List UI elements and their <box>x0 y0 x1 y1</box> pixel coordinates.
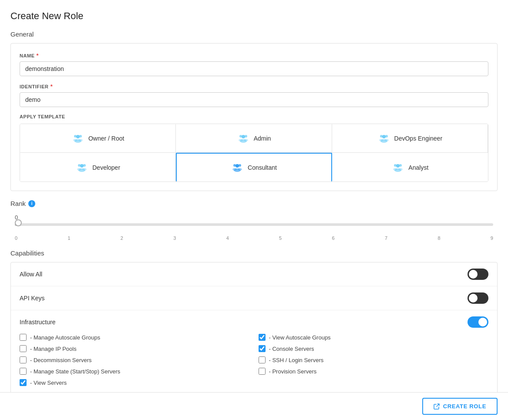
svg-point-28 <box>239 164 241 167</box>
allow-all-toggle[interactable] <box>468 269 488 280</box>
svg-point-23 <box>82 168 87 171</box>
svg-point-12 <box>382 135 386 138</box>
name-input[interactable] <box>20 61 488 76</box>
svg-point-18 <box>80 164 84 168</box>
api-keys-row: API Keys <box>11 286 497 310</box>
create-role-button[interactable]: CREATE ROLE <box>422 398 498 415</box>
manage-ip-pools-label: - Manage IP Pools <box>30 346 77 352</box>
svg-point-35 <box>398 168 403 171</box>
template-grid: Owner / Root Admin <box>20 124 488 182</box>
view-autoscale-checkbox[interactable] <box>259 334 266 341</box>
template-analyst[interactable]: Analyst <box>332 153 488 181</box>
identifier-label: IDENTIFIER * <box>20 83 488 90</box>
rank-info-icon[interactable]: i <box>28 200 35 207</box>
template-devops-label: DevOps Engineer <box>394 135 443 142</box>
allow-all-slider <box>468 269 488 280</box>
template-owner-icon <box>72 132 84 144</box>
infra-toggle[interactable] <box>468 316 488 328</box>
view-autoscale-label: - View Autoscale Groups <box>269 334 331 341</box>
infra-header: Infrastructure <box>20 316 488 328</box>
api-keys-toggle[interactable] <box>468 292 488 304</box>
svg-point-29 <box>238 168 242 171</box>
tick-5: 5 <box>279 235 282 241</box>
template-consultant[interactable]: Consultant <box>176 153 332 181</box>
template-devops-icon <box>378 132 390 144</box>
template-devops[interactable]: DevOps Engineer <box>332 124 488 153</box>
checkbox-provision-servers: - Provision Servers <box>259 368 489 375</box>
svg-point-3 <box>73 139 77 141</box>
name-label: NAME * <box>20 52 488 59</box>
tick-2: 2 <box>121 235 123 241</box>
checkbox-manage-autoscale: - Manage Autoscale Groups <box>20 334 250 341</box>
create-role-label: CREATE ROLE <box>443 403 486 410</box>
svg-point-0 <box>76 135 80 138</box>
provision-servers-label: - Provision Servers <box>269 368 317 375</box>
svg-point-5 <box>78 139 83 141</box>
svg-point-30 <box>396 164 400 168</box>
view-servers-label: - View Servers <box>30 380 67 386</box>
svg-point-16 <box>385 135 388 138</box>
console-servers-label: - Console Servers <box>269 346 314 352</box>
general-form-card: NAME * IDENTIFIER * APPLY TEMPLATE <box>10 43 498 191</box>
template-analyst-icon <box>392 161 404 174</box>
tick-0: 0 <box>15 235 17 241</box>
slider-ticks: 0 1 2 3 4 5 6 7 8 9 <box>15 235 493 241</box>
manage-autoscale-checkbox[interactable] <box>20 334 27 341</box>
svg-point-33 <box>393 168 397 171</box>
checkbox-manage-state-servers: - Manage State (Start/Stop) Servers <box>20 368 250 375</box>
template-developer[interactable]: Developer <box>20 153 176 181</box>
page-title: Create New Role <box>10 10 498 22</box>
provision-servers-checkbox[interactable] <box>259 368 266 375</box>
template-analyst-label: Analyst <box>408 164 428 171</box>
identifier-input[interactable] <box>20 92 488 107</box>
template-consultant-label: Consultant <box>248 164 277 171</box>
svg-point-6 <box>242 135 245 138</box>
checkbox-manage-ip-pools: - Manage IP Pools <box>20 345 250 352</box>
manage-state-servers-checkbox[interactable] <box>20 368 27 375</box>
rank-section: Rank i 0 0 1 2 3 4 5 6 7 8 9 <box>10 200 498 241</box>
checkbox-view-servers: - View Servers <box>20 379 250 386</box>
svg-point-20 <box>78 164 81 167</box>
manage-ip-pools-checkbox[interactable] <box>20 345 27 352</box>
external-link-icon <box>434 403 440 410</box>
svg-point-2 <box>74 135 77 138</box>
template-owner[interactable]: Owner / Root <box>20 124 176 153</box>
console-servers-checkbox[interactable] <box>259 345 266 352</box>
manage-state-servers-label: - Manage State (Start/Stop) Servers <box>30 368 120 375</box>
decommission-servers-checkbox[interactable] <box>20 356 27 363</box>
template-label: APPLY TEMPLATE <box>20 114 488 119</box>
rank-slider[interactable] <box>15 222 493 225</box>
general-section-label: General <box>10 30 498 38</box>
checkbox-decommission-servers: - Decommission Servers <box>20 356 250 363</box>
infra-label: Infrastructure <box>20 319 55 326</box>
svg-point-9 <box>239 139 243 141</box>
decommission-servers-label: - Decommission Servers <box>30 357 92 363</box>
svg-point-15 <box>379 139 384 141</box>
checkbox-ssh-login-servers: - SSH / Login Servers <box>259 356 489 363</box>
ssh-login-servers-label: - SSH / Login Servers <box>269 357 324 363</box>
svg-point-10 <box>245 135 247 138</box>
infra-slider <box>468 316 488 328</box>
allow-all-label: Allow All <box>20 271 42 278</box>
checkbox-console-servers: - Console Servers <box>259 345 489 352</box>
template-admin[interactable]: Admin <box>176 124 332 153</box>
template-developer-label: Developer <box>92 164 120 171</box>
tick-1: 1 <box>67 235 70 241</box>
template-admin-icon <box>237 132 249 144</box>
rank-header: Rank i <box>10 200 498 207</box>
checkbox-view-autoscale: - View Autoscale Groups <box>259 334 489 341</box>
tick-3: 3 <box>173 235 176 241</box>
api-keys-slider <box>468 292 488 304</box>
tick-9: 9 <box>491 235 493 241</box>
svg-point-34 <box>399 164 402 167</box>
svg-point-24 <box>235 164 239 168</box>
slider-container: 0 0 1 2 3 4 5 6 7 8 9 <box>10 214 498 241</box>
footer-bar: CREATE ROLE <box>0 392 508 420</box>
ssh-login-servers-checkbox[interactable] <box>259 356 266 363</box>
svg-point-21 <box>77 168 81 171</box>
slider-value: 0 <box>15 214 493 221</box>
svg-point-4 <box>79 135 82 138</box>
view-servers-checkbox[interactable] <box>20 379 27 386</box>
infra-checkbox-grid: - Manage Autoscale Groups - View Autosca… <box>20 334 488 386</box>
tick-8: 8 <box>437 235 440 241</box>
